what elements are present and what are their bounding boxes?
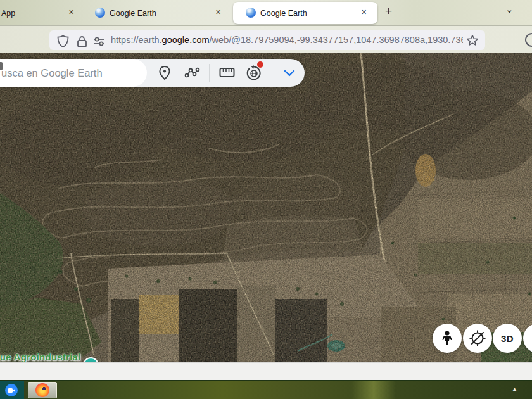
- close-tab-icon[interactable]: ✕: [68, 8, 74, 16]
- clipped-toolbar-icon: [0, 62, 3, 70]
- notification-dot: [257, 61, 263, 68]
- bookmark-star-icon[interactable]: [466, 34, 479, 47]
- permissions-sliders-icon[interactable]: [93, 37, 105, 46]
- satellite-map[interactable]: [0, 53, 532, 362]
- satellite-imagery: [0, 53, 532, 362]
- route-path-icon[interactable]: [184, 65, 200, 80]
- place-pin-icon[interactable]: [158, 65, 172, 80]
- tray-overflow-arrow-icon[interactable]: ▲: [512, 386, 517, 392]
- wallpaper-highlight: [352, 381, 396, 399]
- 3d-toggle-button[interactable]: 3D: [493, 324, 522, 353]
- firefox-icon: [35, 383, 49, 397]
- url-path: /web/@18.79759094,-99.34377157,1047.3698…: [210, 35, 463, 45]
- toolbar-divider: [209, 64, 210, 82]
- zoom-app-icon[interactable]: [5, 384, 18, 396]
- map-place-label[interactable]: que Agroindustrial: [0, 352, 80, 363]
- google-earth-favicon-icon: [246, 8, 256, 18]
- 3d-label: 3D: [501, 333, 514, 344]
- url-domain: google.com: [162, 35, 210, 45]
- search-input[interactable]: [1, 59, 143, 87]
- search-field[interactable]: [0, 59, 147, 87]
- lock-icon[interactable]: [77, 35, 87, 48]
- compass-button[interactable]: [463, 324, 492, 353]
- google-earth-favicon-icon: [95, 8, 105, 18]
- compass-off-icon: [469, 329, 486, 347]
- ruler-icon[interactable]: [219, 67, 235, 79]
- close-tab-icon[interactable]: ✕: [215, 8, 221, 16]
- earth-status-bar: Atribución de datos 400 m Cámara: 2.978 …: [0, 362, 532, 380]
- tab-title: Google Earth: [110, 9, 156, 18]
- desktop-taskbar: ▲: [0, 380, 532, 399]
- url-scheme: https://earth.: [111, 35, 162, 45]
- screen: que Agroindustrial 3D: [0, 0, 532, 399]
- list-tabs-chevron-icon[interactable]: ⌄: [505, 4, 514, 15]
- chevron-down-icon[interactable]: [284, 70, 295, 77]
- close-tab-icon[interactable]: ✕: [361, 8, 367, 16]
- video-camera-glyph-icon: [8, 388, 15, 393]
- pegman-button[interactable]: [433, 324, 462, 353]
- tab-title: App: [1, 9, 15, 18]
- pegman-icon: [440, 330, 455, 346]
- new-tab-button[interactable]: +: [385, 4, 392, 18]
- browser-tab-bar: App ✕ Google Earth ✕ Google Earth ✕ + ⌄: [0, 0, 532, 26]
- firefox-taskbar-button[interactable]: [28, 382, 57, 398]
- tab-title: Google Earth: [260, 9, 307, 18]
- shield-icon[interactable]: [57, 35, 69, 48]
- url-text[interactable]: https://earth.google.com/web/@18.7975909…: [111, 35, 463, 45]
